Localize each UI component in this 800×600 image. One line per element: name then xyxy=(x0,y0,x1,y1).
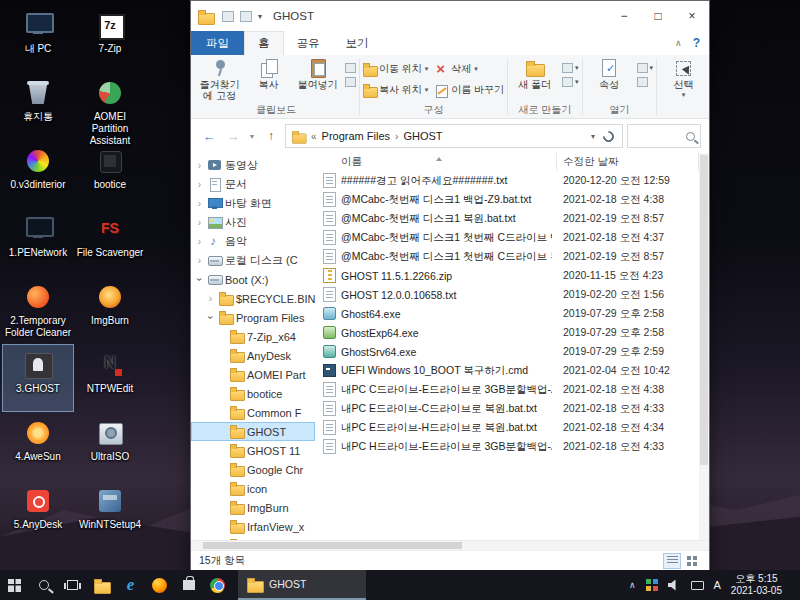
desktop-icon[interactable]: ImgBurn xyxy=(74,276,146,344)
tab-view[interactable]: 보기 xyxy=(333,31,382,55)
vertical-scrollbar[interactable] xyxy=(699,153,709,540)
breadcrumb-ghost[interactable]: GHOST xyxy=(403,130,442,142)
edit-icon[interactable] xyxy=(637,77,648,87)
nav-item[interactable]: › IrfanView_x xyxy=(191,517,315,536)
desktop-icon[interactable]: UltraISO xyxy=(74,412,146,480)
rename-button[interactable]: 이름 바꾸기 xyxy=(435,83,504,97)
nav-item[interactable]: › GHOST 11 xyxy=(191,441,315,460)
nav-item[interactable]: › Common F xyxy=(191,403,315,422)
nav-item[interactable]: › 바탕 화면 xyxy=(191,194,315,213)
volume-icon[interactable] xyxy=(668,580,681,591)
nav-item[interactable]: › $RECYCLE.BIN xyxy=(191,289,315,308)
properties-button[interactable]: 속성 xyxy=(586,56,633,90)
file-row[interactable]: @MCabc-첫번째 디스크1 복원.bat.txt 2021-02-19 오전… xyxy=(315,209,699,228)
select-button[interactable]: 선택 ▾ xyxy=(660,56,707,99)
nav-item[interactable]: › Program Files xyxy=(191,308,315,327)
chrome-taskbar-button[interactable] xyxy=(203,570,232,600)
desktop-icon[interactable]: AOMEI Partition Assistant xyxy=(74,72,146,140)
active-task-button-ghost[interactable]: GHOST xyxy=(238,570,366,600)
desktop-icon[interactable]: 0.v3dinterior xyxy=(2,140,74,208)
desktop-icon[interactable]: 1.PENetwork xyxy=(2,208,74,276)
nav-item[interactable]: › 문서 xyxy=(191,175,315,194)
tab-share[interactable]: 공유 xyxy=(284,31,333,55)
nav-item[interactable]: › Google Chr xyxy=(191,460,315,479)
desktop-icon[interactable]: WinNTSetup4 xyxy=(74,480,146,548)
pin-to-quick-access-button[interactable]: 즐겨찾기에 고정 xyxy=(196,56,243,101)
desktop-icon[interactable]: 7-Zip xyxy=(74,4,146,72)
tab-file[interactable]: 파일 xyxy=(191,31,244,55)
nav-item[interactable]: › AOMEI Part xyxy=(191,365,315,384)
desktop-icon[interactable]: bootice xyxy=(74,140,146,208)
new-folder-button[interactable]: 새 폴더 xyxy=(511,56,558,90)
edge-taskbar-button[interactable] xyxy=(116,570,145,600)
file-row[interactable]: 내PC C드라이브-E드라이브로 3GB분할백업-Z9.bat.txt 2021… xyxy=(315,380,699,399)
horizontal-scrollbar-thumb[interactable] xyxy=(203,542,462,549)
nav-item[interactable]: › 로컬 디스크 (C xyxy=(191,251,315,270)
minimize-button[interactable]: − xyxy=(607,1,641,31)
tree-arrow-icon[interactable]: › xyxy=(195,256,204,265)
breadcrumb-overflow-chevron[interactable]: « xyxy=(311,131,317,142)
horizontal-scrollbar[interactable] xyxy=(191,540,709,550)
cut-icon[interactable] xyxy=(345,63,356,73)
ime-indicator[interactable]: A xyxy=(714,579,721,591)
nav-item[interactable]: › 음악 xyxy=(191,232,315,251)
column-header-date[interactable]: 수정한 날짜 xyxy=(557,153,699,171)
task-view-button[interactable] xyxy=(58,570,87,600)
tray-expand-chevron-icon[interactable]: ∧ xyxy=(629,580,636,590)
file-explorer-taskbar-button[interactable] xyxy=(87,570,116,600)
file-row[interactable]: 내PC E드라이브-H드라이브로 복원.bat.txt 2021-02-18 오… xyxy=(315,418,699,437)
desktop-icon[interactable]: 휴지통 xyxy=(2,72,74,140)
nav-item[interactable]: › AnyDesk xyxy=(191,346,315,365)
desktop-icon[interactable]: 5.AnyDesk xyxy=(2,480,74,548)
column-header-name[interactable]: 이름 xyxy=(315,153,557,171)
firefox-taskbar-button[interactable] xyxy=(145,570,174,600)
search-input[interactable] xyxy=(633,131,686,142)
refresh-icon[interactable] xyxy=(601,128,617,144)
desktop-icon[interactable]: 4.AweSun xyxy=(2,412,74,480)
file-row[interactable]: @MCabc-첫번째 디스크1 첫번째 C드라이브 복원.bat.txt 202… xyxy=(315,247,699,266)
tree-arrow-icon[interactable]: › xyxy=(195,275,204,284)
copy-path-icon[interactable] xyxy=(345,77,356,87)
ribbon-collapse-icon[interactable]: ∧ xyxy=(675,38,682,48)
easy-access-icon[interactable] xyxy=(562,77,573,87)
desktop-icon[interactable]: NTPWEdit xyxy=(74,344,146,412)
close-button[interactable]: × xyxy=(675,1,709,31)
nav-item[interactable]: › icon xyxy=(191,479,315,498)
tree-arrow-icon[interactable]: › xyxy=(195,237,204,246)
nav-item[interactable]: › 동영상 xyxy=(191,156,315,175)
tree-arrow-icon[interactable]: › xyxy=(195,218,204,227)
search-box[interactable] xyxy=(627,124,701,148)
desktop-icon[interactable]: 내 PC xyxy=(2,4,74,72)
nav-item[interactable]: › 7-Zip_x64 xyxy=(191,327,315,346)
file-row[interactable]: GhostExp64.exe 2019-07-29 오후 2:58 xyxy=(315,323,699,342)
breadcrumb-program-files[interactable]: Program Files xyxy=(322,130,390,142)
file-row[interactable]: 내PC E드라이브-C드라이브로 복원.bat.txt 2021-02-18 오… xyxy=(315,399,699,418)
taskbar-search-button[interactable] xyxy=(29,570,58,600)
tree-arrow-icon[interactable]: › xyxy=(195,161,204,170)
details-view-button[interactable] xyxy=(663,553,681,569)
desktop-icon[interactable]: 2.Temporary Folder Cleaner xyxy=(2,276,74,344)
store-taskbar-button[interactable] xyxy=(174,570,203,600)
open-icon[interactable] xyxy=(637,63,648,73)
desktop-icon[interactable]: File Scavenger xyxy=(74,208,146,276)
file-row[interactable]: GHOST 12.0.0.10658.txt 2019-02-20 오전 1:5… xyxy=(315,285,699,304)
nav-item[interactable]: › bootice xyxy=(191,384,315,403)
tree-arrow-icon[interactable]: › xyxy=(206,294,215,303)
start-button[interactable] xyxy=(0,570,29,600)
address-bar[interactable]: « Program Files › GHOST ▾ xyxy=(285,124,623,148)
file-row[interactable]: ######경고 읽어주세요#######.txt 2020-12-20 오전 … xyxy=(315,171,699,190)
copy-to-button[interactable]: 복사 위치▾ xyxy=(363,83,428,97)
address-history-chevron-icon[interactable]: ▾ xyxy=(591,132,595,141)
file-row[interactable]: 내PC H드라이브-E드라이브로 3GB분할백업-Z9.bat.txt 2021… xyxy=(315,437,699,456)
tree-arrow-icon[interactable]: › xyxy=(195,199,204,208)
file-row[interactable]: @MCabc-첫번째 디스크1 백업-Z9.bat.txt 2021-02-18… xyxy=(315,190,699,209)
nav-item[interactable]: › 사진 xyxy=(191,213,315,232)
thumbnail-view-button[interactable] xyxy=(683,553,701,569)
nav-item[interactable]: › Boot (X:) xyxy=(191,270,315,289)
recent-locations-chevron-icon[interactable]: ▾ xyxy=(247,132,257,141)
nav-item[interactable]: › GHOST xyxy=(191,422,315,441)
vertical-scrollbar-thumb[interactable] xyxy=(700,155,708,465)
file-row[interactable]: Ghost64.exe 2019-07-29 오후 2:58 xyxy=(315,304,699,323)
network-icon[interactable] xyxy=(691,581,704,590)
tray-app-icon[interactable] xyxy=(646,579,651,584)
